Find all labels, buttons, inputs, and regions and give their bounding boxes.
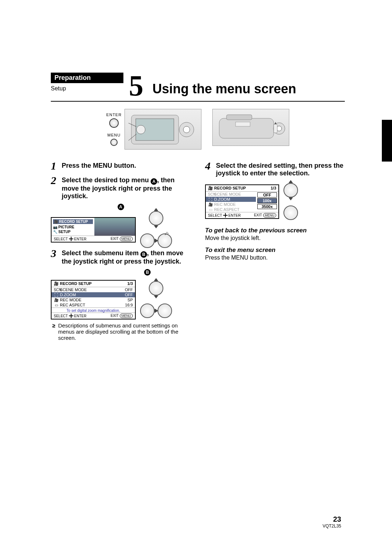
screen-a-region: 🎥 RECORD SETUP 📷 PICTURE 🔧 SETUP SELECT … [51,211,191,248]
screen-a-item-1: PICTURE [58,225,74,229]
svg-rect-11 [236,122,250,126]
step-4-text: Select the desired setting, then press t… [216,160,345,177]
joystick-press-icon [283,205,298,220]
section-tab [382,120,392,162]
page-footer: 23 VQT2L35 [323,515,341,529]
left-column: 1 Press the MENU button. 2 Select the de… [51,160,191,341]
preparation-bar: Preparation [51,73,123,83]
badge-b-screen: B [144,269,151,276]
joystick-press-icon [158,233,172,248]
c-opt-1: 100x [257,198,277,203]
screen-b-enter: ENTER [74,314,86,318]
page-header: Preparation Setup 5 Using the menu scree… [51,73,345,99]
joystick-updown-icon [149,281,163,296]
screen-a-exit: EXIT [111,237,119,241]
svg-marker-14 [154,208,158,211]
menu-pill-icon: MENU [120,237,133,241]
step-1-number: 1 [51,160,62,171]
menu-label: MENU [107,133,121,137]
menu-pill-icon: MENU [120,314,133,318]
joystick-right-icon [140,304,155,318]
svg-marker-19 [154,296,158,298]
bullet-icon: ≥ [52,322,55,341]
menu-pill-icon: MENU [263,213,277,217]
chapter-number: 5 [123,73,149,99]
screen-a-item-2: SETUP [58,230,70,234]
back-body: Move the joystick left. [205,235,345,241]
svg-marker-17 [165,232,168,235]
header-rule [51,101,345,102]
svg-marker-18 [154,278,158,281]
c-opt-2: 3500x [257,204,277,209]
doc-code: VQT2L35 [323,524,341,529]
screen-b: 🎥 RECORD SETUP 1/3 SCN SCENE MODEOFF ⛶ D… [51,280,136,319]
back-title: To get back to the previous screen [205,227,345,234]
step-3-number: 3 [51,248,62,259]
dpad-icon [223,213,228,217]
b-row2-val: SP [127,298,133,302]
step-4: 4 Select the desired setting, then press… [205,160,345,177]
dpad-icon [69,237,73,241]
b-row1-label: D.ZOOM [60,293,76,297]
svg-marker-22 [289,197,293,200]
screen-a-item-0: RECORD SETUP [59,220,88,224]
camera-lcd-icon [128,112,197,147]
step-1-text: Press the MENU button. [62,160,136,170]
menu-button-icon [110,139,118,146]
page-number: 23 [323,515,341,524]
screen-b-select: SELECT [54,314,68,318]
submenu-note-text: Descriptions of submenus and current set… [58,322,191,341]
right-column: 4 Select the desired setting, then press… [205,160,345,341]
step-2-number: 2 [51,175,62,186]
svg-marker-13 [274,122,277,124]
camera-open-diagram [124,109,201,150]
step-1: 1 Press the MENU button. [51,160,191,171]
content-columns: 1 Press the MENU button. 2 Select the de… [51,160,345,341]
svg-point-4 [136,125,145,134]
screen-c-page: 1/3 [271,186,276,191]
screen-a-select: SELECT [54,237,68,241]
b-row0-label: SCENE MODE [60,288,87,292]
svg-point-3 [183,126,190,133]
screen-c-title: RECORD SETUP [214,186,246,190]
enter-menu-labels: ENTER MENU [106,113,124,146]
b-row0-val: OFF [125,288,133,292]
setup-label: Setup [51,85,123,92]
b-row1-val: OFF [125,293,133,297]
screen-b-tip: To set digital zoom magnification. [52,307,135,313]
screen-b-label: B [51,269,191,276]
svg-rect-12 [274,124,277,133]
c-row0: SCENE MODE [214,192,241,196]
screen-a-preview [94,218,135,236]
step-3: 3 Select the submenu item B, then move t… [51,248,191,265]
joystick-icons-a [140,211,172,248]
camcorder-icon [216,111,286,144]
badge-a-screen: A [118,204,124,210]
dpad-icon [69,314,73,318]
screen-b-exit: EXIT [111,314,119,318]
joystick-icons-b [140,281,172,318]
step-3-text: Select the submenu item B, then move the… [62,248,191,265]
b-row3-val: 16:9 [125,303,133,307]
page-title: Using the menu screen [152,81,345,97]
step-2: 2 Select the desired top menu A, then mo… [51,175,191,200]
screen-c-enter: ENTER [228,213,241,217]
top-diagrams: ENTER MENU [51,109,345,150]
screen-b-page: 1/3 [127,281,133,286]
step-4-number: 4 [205,160,216,171]
joystick-updown-icon [149,211,163,225]
screen-b-title: RECORD SETUP [60,281,91,286]
b-row2-label: REC MODE [60,298,81,302]
step-3-pre: Select the submenu item [62,249,140,257]
c-row1: D.ZOOM [214,197,230,201]
enter-label: ENTER [106,113,122,117]
joystick-press-icon [158,304,172,318]
screen-a-enter: ENTER [74,237,86,241]
joystick-right-icon [140,233,155,248]
screen-a: 🎥 RECORD SETUP 📷 PICTURE 🔧 SETUP SELECT … [51,217,136,243]
svg-marker-15 [154,225,158,228]
step-2-pre: Select the desired top menu [62,176,151,184]
screen-c-exit: EXIT [254,213,262,217]
badge-a: A [151,178,157,185]
badge-b: B [140,251,147,258]
